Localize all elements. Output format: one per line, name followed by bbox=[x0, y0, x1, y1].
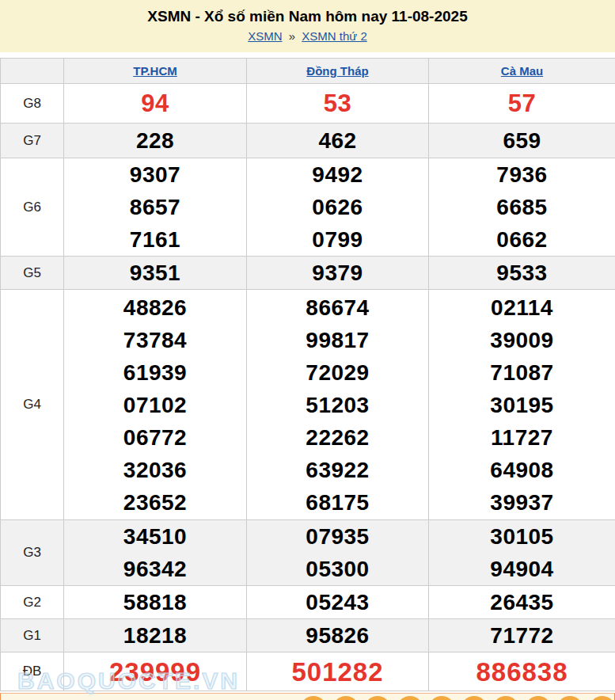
prize-cell: 930786577161 bbox=[64, 158, 247, 257]
prize-number: 9307 bbox=[64, 158, 246, 191]
prize-number: 30195 bbox=[429, 389, 615, 421]
breadcrumb-link-xsmn-thu2[interactable]: XSMN thứ 2 bbox=[302, 29, 367, 43]
prize-number: 73784 bbox=[64, 324, 246, 356]
prize-cell: 3451096342 bbox=[64, 520, 247, 586]
prize-number: 71087 bbox=[429, 356, 615, 389]
region-link-tphcm[interactable]: TP.HCM bbox=[133, 64, 177, 78]
prize-number: 05300 bbox=[247, 553, 428, 585]
prize-number: 0799 bbox=[247, 223, 428, 256]
prize-number: 22262 bbox=[247, 421, 428, 454]
prize-label: G8 bbox=[1, 84, 64, 124]
table-row: G5935193799533 bbox=[1, 257, 615, 290]
prize-cell: 9533 bbox=[429, 257, 615, 290]
prize-number: 9533 bbox=[429, 257, 615, 289]
prize-number: 239999 bbox=[64, 656, 246, 688]
prize-number: 6685 bbox=[429, 191, 615, 223]
prize-cell: 0793505300 bbox=[247, 520, 429, 586]
prize-number: 06772 bbox=[64, 421, 246, 454]
prize-number: 23652 bbox=[64, 486, 246, 519]
prize-number: 68175 bbox=[247, 486, 428, 519]
prize-cell: 228 bbox=[64, 124, 247, 158]
prize-number: 96342 bbox=[64, 553, 246, 585]
prize-number: 659 bbox=[429, 124, 615, 157]
lottery-ball-icon bbox=[300, 696, 327, 700]
lottery-ball-icon bbox=[525, 696, 552, 700]
prize-number: 07102 bbox=[64, 389, 246, 421]
prize-number: 9351 bbox=[64, 257, 246, 289]
prize-number: 64908 bbox=[429, 454, 615, 486]
prize-number: 94904 bbox=[429, 553, 615, 585]
prize-number: 72029 bbox=[247, 356, 428, 389]
table-row: G6930786577161949206260799793666850662 bbox=[1, 158, 615, 257]
prize-cell: 05243 bbox=[247, 586, 429, 619]
column-header-ca-mau: Cà Mau bbox=[429, 59, 615, 84]
prize-number: 39937 bbox=[429, 486, 615, 519]
page-header: XSMN - Xổ số miền Nam hôm nay 11-08-2025… bbox=[0, 0, 615, 52]
prize-number: 61939 bbox=[64, 356, 246, 389]
prize-cell: 86674998177202951203222626392268175 bbox=[247, 290, 429, 520]
prize-number: 11727 bbox=[429, 421, 615, 454]
prize-number: 7936 bbox=[429, 158, 615, 191]
lottery-ball-icon bbox=[364, 696, 391, 700]
prize-number: 501282 bbox=[247, 656, 428, 688]
prize-label: G1 bbox=[1, 619, 64, 652]
region-link-ca-mau[interactable]: Cà Mau bbox=[501, 64, 543, 78]
prize-cell: 58818 bbox=[64, 586, 247, 619]
prize-cell: 886838 bbox=[429, 652, 615, 691]
column-header-dong-thap: Đồng Tháp bbox=[247, 59, 429, 84]
xsmn-results-page: XSMN - Xổ số miền Nam hôm nay 11-08-2025… bbox=[0, 0, 615, 700]
prize-cell: 9379 bbox=[247, 257, 429, 290]
prize-number: 63922 bbox=[247, 454, 428, 486]
page-title: XSMN - Xổ số miền Nam hôm nay 11-08-2025 bbox=[0, 6, 615, 27]
prize-cell: 71772 bbox=[429, 619, 615, 652]
prize-cell: 48826737846193907102067723203623652 bbox=[64, 290, 247, 520]
prize-cell: 94 bbox=[64, 84, 247, 124]
prize-number: 57 bbox=[429, 87, 615, 120]
table-row: G448826737846193907102067723203623652866… bbox=[1, 290, 615, 520]
lottery-ball-icon bbox=[332, 696, 359, 700]
breadcrumb-link-xsmn[interactable]: XSMN bbox=[248, 29, 282, 43]
footer-strip bbox=[0, 693, 615, 700]
lottery-ball-icon bbox=[556, 696, 583, 700]
prize-cell: 949206260799 bbox=[247, 158, 429, 257]
lottery-ball-icon bbox=[397, 696, 423, 700]
prize-cell: 659 bbox=[429, 124, 615, 158]
prize-cell: 501282 bbox=[247, 652, 429, 691]
prize-number: 0662 bbox=[429, 223, 615, 256]
prize-number: 95826 bbox=[247, 619, 428, 652]
prize-number: 886838 bbox=[429, 656, 615, 688]
prize-cell: 3010594904 bbox=[429, 520, 615, 586]
prize-number: 30105 bbox=[429, 520, 615, 553]
lottery-ball-icon bbox=[589, 696, 615, 700]
prize-cell: 462 bbox=[247, 124, 429, 158]
prize-number: 99817 bbox=[247, 324, 428, 356]
prize-cell: 793666850662 bbox=[429, 158, 615, 257]
breadcrumb-separator-icon: » bbox=[289, 29, 295, 43]
prize-number: 71772 bbox=[429, 619, 615, 652]
table-row: G1182189582671772 bbox=[1, 619, 615, 652]
prize-number: 51203 bbox=[247, 389, 428, 421]
lottery-ball-icon bbox=[428, 696, 455, 700]
prize-number: 32036 bbox=[64, 454, 246, 486]
prize-number: 34510 bbox=[64, 520, 246, 553]
prize-cell: 9351 bbox=[64, 257, 247, 290]
prize-number: 9492 bbox=[247, 158, 428, 191]
prize-label: G2 bbox=[1, 586, 64, 619]
prize-number: 462 bbox=[247, 124, 428, 157]
prize-number: 07935 bbox=[247, 520, 428, 553]
prize-number: 18218 bbox=[64, 619, 246, 652]
prize-label: G7 bbox=[1, 124, 64, 158]
prize-number: 228 bbox=[64, 124, 246, 157]
prize-number: 53 bbox=[247, 87, 428, 120]
corner-cell bbox=[1, 59, 64, 84]
prize-cell: 95826 bbox=[247, 619, 429, 652]
prize-cell: 02114390097108730195117276490839937 bbox=[429, 290, 615, 520]
table-row: G2588180524326435 bbox=[1, 586, 615, 619]
table-row: G7228462659 bbox=[1, 124, 615, 158]
prize-cell: 239999 bbox=[64, 652, 247, 691]
prize-number: 02114 bbox=[429, 291, 615, 324]
prize-number: 05243 bbox=[247, 586, 428, 618]
region-link-dong-thap[interactable]: Đồng Tháp bbox=[306, 64, 368, 78]
results-table: TP.HCM Đồng Tháp Cà Mau G8945357G7228462… bbox=[0, 58, 615, 691]
prize-number: 7161 bbox=[64, 223, 246, 256]
